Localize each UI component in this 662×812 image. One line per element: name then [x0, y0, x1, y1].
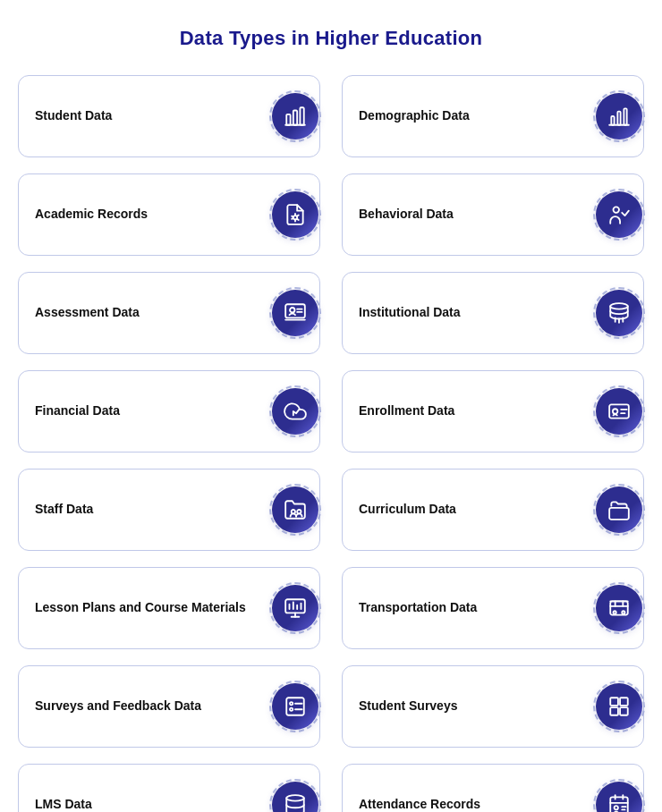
svg-point-37: [614, 611, 616, 613]
transportation-data-icon-circle: [596, 585, 642, 631]
svg-rect-25: [609, 508, 629, 520]
svg-rect-45: [620, 698, 628, 706]
student-data-label: Student Data: [35, 107, 269, 125]
attendance-records-label: Attendance Records: [359, 796, 593, 812]
transportation-data-card: Transportation Data: [342, 567, 644, 649]
curriculum-data-icon-circle: [596, 486, 642, 533]
academic-records-icon-circle: [272, 191, 318, 238]
demographic-data-icon-circle: [596, 93, 642, 140]
svg-rect-5: [617, 112, 620, 125]
svg-point-9: [614, 207, 620, 213]
institutional-data-icon-wrap: [593, 287, 645, 339]
svg-rect-26: [285, 599, 305, 613]
institutional-data-card: Institutional Data: [342, 272, 644, 354]
staff-data-icon-wrap: [269, 484, 321, 536]
institutional-data-icon-circle: [596, 290, 642, 336]
lesson-plans-card: Lesson Plans and Course Materials: [18, 567, 320, 649]
financial-data-icon-circle: [272, 388, 318, 435]
transportation-data-icon-wrap: [593, 582, 645, 634]
page-title: Data Types in Higher Education: [180, 27, 483, 50]
student-data-icon-wrap: [269, 90, 321, 142]
student-surveys-label: Student Surveys: [359, 698, 593, 715]
behavioral-data-icon-wrap: [593, 189, 645, 241]
academic-records-icon-wrap: [269, 189, 321, 241]
student-data-icon-circle: [272, 93, 318, 140]
surveys-feedback-card: Surveys and Feedback Data: [18, 665, 320, 748]
enrollment-data-icon-circle: [596, 388, 642, 435]
assessment-data-label: Assessment Data: [35, 304, 269, 322]
staff-data-label: Staff Data: [35, 501, 269, 519]
financial-data-icon-wrap: [269, 385, 321, 437]
lesson-plans-label: Lesson Plans and Course Materials: [35, 599, 269, 617]
demographic-data-icon-wrap: [593, 90, 645, 142]
svg-point-41: [290, 708, 293, 711]
assessment-data-icon-circle: [272, 290, 318, 336]
svg-rect-46: [610, 707, 618, 715]
svg-rect-6: [624, 108, 626, 124]
svg-point-15: [610, 303, 628, 309]
svg-rect-2: [300, 107, 303, 125]
attendance-records-card: Attendance Records: [342, 764, 644, 812]
institutional-data-label: Institutional Data: [359, 304, 593, 322]
surveys-feedback-icon-wrap: [269, 681, 321, 732]
academic-records-card: Academic Records: [18, 173, 320, 256]
svg-rect-0: [286, 114, 290, 125]
lms-data-label: LMS Data: [35, 796, 269, 812]
curriculum-data-icon-wrap: [593, 484, 645, 536]
svg-point-38: [622, 611, 624, 613]
staff-data-card: Staff Data: [18, 469, 320, 551]
student-data-card: Student Data: [18, 75, 320, 157]
behavioral-data-card: Behavioral Data: [342, 173, 644, 256]
lms-data-icon-wrap: [269, 779, 321, 812]
svg-rect-39: [286, 698, 304, 715]
behavioral-data-label: Behavioral Data: [359, 206, 593, 224]
curriculum-data-card: Curriculum Data: [342, 469, 644, 551]
staff-data-icon-circle: [272, 486, 318, 533]
data-types-grid: Student DataDemographic DataAcademic Rec…: [18, 75, 644, 812]
enrollment-data-label: Enrollment Data: [359, 402, 593, 420]
attendance-records-icon-wrap: [593, 779, 645, 812]
surveys-feedback-icon-circle: [272, 683, 318, 730]
student-surveys-icon-circle: [596, 683, 642, 730]
transportation-data-label: Transportation Data: [359, 599, 593, 617]
svg-rect-47: [620, 707, 628, 715]
assessment-data-icon-wrap: [269, 287, 321, 339]
behavioral-data-icon-circle: [596, 191, 642, 238]
surveys-feedback-label: Surveys and Feedback Data: [35, 698, 269, 715]
svg-rect-44: [610, 698, 618, 706]
academic-records-label: Academic Records: [35, 206, 269, 224]
svg-point-40: [290, 702, 293, 705]
student-surveys-card: Student Surveys: [342, 665, 644, 748]
enrollment-data-card: Enrollment Data: [342, 370, 644, 453]
financial-data-label: Financial Data: [35, 402, 269, 420]
assessment-data-card: Assessment Data: [18, 272, 320, 354]
svg-point-48: [286, 795, 304, 801]
student-surveys-icon-wrap: [593, 681, 645, 732]
enrollment-data-icon-wrap: [593, 385, 645, 437]
demographic-data-card: Demographic Data: [342, 75, 644, 157]
svg-point-53: [615, 806, 618, 809]
financial-data-card: Financial Data: [18, 370, 320, 453]
demographic-data-label: Demographic Data: [359, 107, 593, 125]
curriculum-data-label: Curriculum Data: [359, 501, 593, 519]
svg-point-20: [613, 409, 617, 413]
svg-rect-4: [611, 116, 614, 125]
lms-data-card: LMS Data: [18, 764, 320, 812]
svg-rect-1: [293, 111, 297, 125]
lesson-plans-icon-wrap: [269, 582, 321, 634]
svg-point-11: [290, 308, 294, 312]
lesson-plans-icon-circle: [272, 585, 318, 631]
